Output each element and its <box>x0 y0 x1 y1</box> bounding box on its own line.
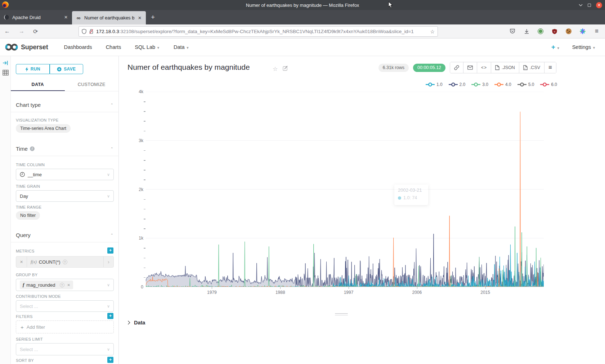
time-column-select[interactable]: __time ∨ <box>16 169 114 180</box>
dataset-grid-icon[interactable] <box>3 70 9 76</box>
contribution-mode-select[interactable]: Select ... ∨ <box>16 300 114 312</box>
tab-close-icon[interactable]: ✕ <box>137 15 142 21</box>
expand-datasource-icon[interactable] <box>3 60 8 65</box>
y-axis-minor-tick <box>144 179 145 180</box>
timeseries-chart[interactable]: 2002-03-21 1.0: 74 01k2k3k4k197919881997… <box>119 92 605 308</box>
chart-menu-button[interactable]: ≡ <box>544 62 556 73</box>
legend-item-6.0[interactable]: 6.0 <box>540 82 557 87</box>
forward-button[interactable]: → <box>14 28 29 35</box>
chevron-right-icon[interactable]: › <box>103 256 113 267</box>
chart-tooltip: 2002-03-21 1.0: 74 <box>394 185 428 205</box>
resize-handle[interactable] <box>335 312 348 317</box>
menu-icon[interactable]: ≡ <box>593 28 600 35</box>
metric-count-item[interactable]: ✕ f(x) COUNT(*) ? › <box>16 256 114 268</box>
legend-item-5.0[interactable]: 5.0 <box>517 82 534 87</box>
time-grain-label: TIME GRAIN <box>16 184 40 188</box>
chevron-down-icon: ▼ <box>592 46 596 50</box>
ublock-shield-icon[interactable]: u <box>551 28 558 35</box>
chevron-down-icon: ∨ <box>107 304 110 309</box>
run-button[interactable]: RUN <box>16 64 50 74</box>
tab-apache-druid[interactable]: Apache Druid ✕ <box>0 10 72 24</box>
series-limit-select[interactable]: Select ... ∨ <box>16 343 114 355</box>
section-time[interactable]: Timei ⌃ <box>11 142 118 156</box>
firefox-window: Numer of earthquakes by magnitude — Mozi… <box>0 0 605 364</box>
x-axis-tick <box>349 287 349 289</box>
left-rail <box>0 56 11 364</box>
legend-item-4.0[interactable]: 4.0 <box>494 82 511 87</box>
reload-button[interactable]: ⟳ <box>29 28 42 35</box>
chart-action-buttons: <> .JSON x .CSV ≡ <box>450 62 556 73</box>
url-text[interactable]: 172.18.0.3:32108/superset/explore/?form_… <box>96 29 427 34</box>
back-button[interactable]: ← <box>0 28 14 35</box>
y-axis-minor-tick <box>144 228 145 229</box>
add-sort-by-button[interactable]: + <box>107 357 113 363</box>
new-item-button[interactable]: +▼ <box>551 43 560 51</box>
time-range-pill[interactable]: No filter <box>16 211 40 220</box>
chevron-up-icon: ⌃ <box>111 147 113 151</box>
settings-menu[interactable]: Settings▼ <box>572 44 596 50</box>
viz-type-pill[interactable]: Time-series Area Chart <box>16 124 71 133</box>
add-filter-plus-button[interactable]: + <box>107 313 113 319</box>
code-icon: <> <box>481 65 487 70</box>
data-panel-toggle[interactable]: Data <box>127 320 145 326</box>
group-by-select[interactable]: f mag_rounded ? ✕ ∨ <box>16 279 114 291</box>
copy-link-button[interactable] <box>450 62 463 73</box>
legend-item-3.0[interactable]: 3.0 <box>471 82 488 87</box>
chevron-up-icon: ⌃ <box>111 233 113 237</box>
add-metric-button[interactable]: + <box>107 247 113 254</box>
window-minimize-button[interactable] <box>579 3 583 7</box>
nav-charts[interactable]: Charts <box>106 44 121 50</box>
legend-item-1.0[interactable]: 1.0 <box>426 82 443 87</box>
downloads-icon[interactable] <box>523 28 530 35</box>
embed-code-button[interactable]: <> <box>477 62 491 73</box>
remove-metric-icon[interactable]: ✕ <box>16 256 27 267</box>
nav-sql-lab[interactable]: SQL Lab▼ <box>135 44 160 50</box>
y-axis-minor-tick <box>144 111 145 112</box>
x-axis-tick <box>212 287 212 289</box>
window-close-button[interactable]: ✕ <box>596 2 602 8</box>
legend-marker-icon <box>540 82 549 87</box>
druid-favicon-icon <box>4 14 9 20</box>
tab-close-icon[interactable]: ✕ <box>63 15 68 20</box>
svg-text:x: x <box>524 67 525 69</box>
extension-icon[interactable] <box>537 28 544 35</box>
url-bar[interactable]: 172.18.0.3:32108/superset/explore/?form_… <box>79 26 438 37</box>
time-grain-select[interactable]: Day ∨ <box>16 190 114 202</box>
legend-item-2.0[interactable]: 2.0 <box>449 82 466 87</box>
insecure-lock-icon[interactable] <box>89 29 94 34</box>
tracking-shield-icon[interactable] <box>82 29 86 34</box>
plus-icon: + <box>21 324 24 330</box>
y-axis-minor-tick <box>144 199 145 200</box>
edit-title-icon[interactable] <box>283 65 288 72</box>
email-button[interactable] <box>463 62 477 73</box>
export-csv-button[interactable]: x .CSV <box>519 62 544 73</box>
tab-superset-chart[interactable]: ∞ Numer of earthquakes by ✕ <box>72 11 146 24</box>
time-range-label: TIME RANGE <box>16 205 41 209</box>
save-button[interactable]: SAVE <box>50 64 84 74</box>
superset-brand[interactable]: Superset <box>5 44 48 51</box>
add-filter-box[interactable]: + Add filter <box>16 320 114 333</box>
window-restore-button[interactable] <box>588 4 591 7</box>
new-tab-button[interactable]: + <box>146 13 160 21</box>
nav-dashboards[interactable]: Dashboards <box>64 44 92 50</box>
chevron-down-icon: ▼ <box>186 46 189 50</box>
section-chart-type[interactable]: Chart type ⌃ <box>11 98 118 112</box>
section-query[interactable]: Query ⌃ <box>11 228 118 242</box>
cookie-icon[interactable] <box>565 28 572 35</box>
x-axis-tick-label: 1997 <box>344 290 354 295</box>
mouse-cursor <box>388 1 393 9</box>
tab-data[interactable]: DATA <box>11 78 65 91</box>
tab-customize[interactable]: CUSTOMIZE <box>65 78 119 91</box>
chart-plot-canvas[interactable] <box>146 92 544 287</box>
contribution-mode-label: CONTRIBUTION MODE <box>16 294 61 299</box>
x-axis-tick <box>485 287 486 289</box>
nav-data[interactable]: Data▼ <box>174 44 189 50</box>
pocket-icon[interactable] <box>509 28 516 35</box>
multi-account-icon[interactable] <box>579 28 586 35</box>
legend-marker-icon <box>426 82 435 87</box>
remove-chip-icon[interactable]: ✕ <box>67 283 70 287</box>
export-json-button[interactable]: .JSON <box>491 62 519 73</box>
bookmark-star-icon[interactable]: ☆ <box>430 29 435 35</box>
group-by-chip[interactable]: f mag_rounded ? ✕ <box>20 281 73 289</box>
favorite-star-icon[interactable]: ☆ <box>273 65 278 72</box>
